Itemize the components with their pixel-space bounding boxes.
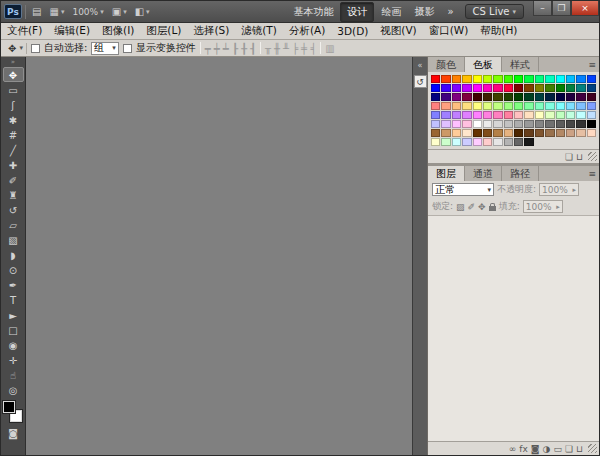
swatch[interactable] bbox=[504, 138, 513, 146]
swatch[interactable] bbox=[452, 102, 461, 110]
swatch[interactable] bbox=[473, 102, 482, 110]
swatch[interactable] bbox=[576, 111, 585, 119]
swatch[interactable] bbox=[431, 93, 440, 101]
opacity-field[interactable]: 100% ▸ bbox=[539, 183, 579, 196]
swatch[interactable] bbox=[566, 93, 575, 101]
swatch[interactable] bbox=[566, 102, 575, 110]
resize-grip[interactable] bbox=[588, 152, 597, 161]
swatch[interactable] bbox=[504, 111, 513, 119]
swatch[interactable] bbox=[504, 102, 513, 110]
swatch[interactable] bbox=[441, 120, 450, 128]
swatch[interactable] bbox=[441, 102, 450, 110]
swatch[interactable] bbox=[431, 111, 440, 119]
quick-selection-tool[interactable]: ✱ bbox=[3, 112, 24, 127]
tab-color[interactable]: 颜色 bbox=[428, 57, 465, 72]
align-left-edges-button[interactable]: ┠ bbox=[232, 41, 238, 56]
swatch[interactable] bbox=[587, 111, 596, 119]
swatch[interactable] bbox=[493, 93, 502, 101]
swatch[interactable] bbox=[576, 75, 585, 83]
show-transform-checkbox[interactable] bbox=[123, 44, 132, 53]
lock-transparent-pixels-button[interactable]: ▨ bbox=[456, 201, 465, 213]
swatch[interactable] bbox=[587, 102, 596, 110]
swatch[interactable] bbox=[587, 93, 596, 101]
swatch[interactable] bbox=[462, 93, 471, 101]
restore-button[interactable]: ❐ bbox=[552, 1, 571, 16]
swatch[interactable] bbox=[556, 75, 565, 83]
workspace-essentials-button[interactable]: 基本功能 bbox=[287, 3, 339, 21]
swatch[interactable] bbox=[514, 129, 523, 137]
swatch[interactable] bbox=[473, 93, 482, 101]
foreground-color-swatch[interactable] bbox=[3, 401, 15, 413]
swatch[interactable] bbox=[452, 84, 461, 92]
lock-image-pixels-button[interactable]: ✐ bbox=[468, 201, 476, 213]
menu-3d[interactable]: 3D(D) bbox=[331, 24, 374, 38]
swatch[interactable] bbox=[535, 84, 544, 92]
menu-image[interactable]: 图像(I) bbox=[96, 23, 140, 39]
swatch[interactable] bbox=[473, 129, 482, 137]
swatch[interactable] bbox=[545, 93, 554, 101]
distribute-left-edges-button[interactable]: ╞ bbox=[292, 41, 298, 56]
eyedropper-tool[interactable]: ╱ bbox=[3, 142, 24, 157]
swatch[interactable] bbox=[566, 111, 575, 119]
link-layers-button[interactable]: ∞ bbox=[509, 443, 517, 455]
quick-mask-button[interactable]: ◙ bbox=[3, 425, 24, 440]
swatch[interactable] bbox=[483, 129, 492, 137]
panel-menu-icon[interactable]: ≡ bbox=[588, 60, 596, 70]
menu-view[interactable]: 视图(V) bbox=[374, 23, 422, 39]
layer-style-button[interactable]: fx bbox=[519, 443, 528, 455]
auto-align-layers-button[interactable]: ▥ bbox=[325, 41, 334, 56]
lock-position-button[interactable]: ✥ bbox=[478, 201, 486, 213]
menu-filter[interactable]: 滤镜(T) bbox=[235, 23, 283, 39]
swatch[interactable] bbox=[504, 129, 513, 137]
workspace-photography-button[interactable]: 摄影 bbox=[408, 3, 440, 21]
swatch[interactable] bbox=[514, 75, 523, 83]
swatch[interactable] bbox=[535, 75, 544, 83]
swatch[interactable] bbox=[473, 111, 482, 119]
swatch[interactable] bbox=[545, 84, 554, 92]
swatch[interactable] bbox=[493, 111, 502, 119]
tab-layers[interactable]: 图层 bbox=[428, 166, 465, 181]
swatch[interactable] bbox=[556, 84, 565, 92]
expand-panels-button[interactable]: « bbox=[414, 59, 426, 71]
swatch[interactable] bbox=[452, 93, 461, 101]
cs-live-button[interactable]: CS Live ▾ bbox=[465, 4, 524, 19]
resize-grip[interactable] bbox=[588, 444, 597, 453]
swatch[interactable] bbox=[524, 75, 533, 83]
swatch[interactable] bbox=[431, 75, 440, 83]
swatch[interactable] bbox=[483, 93, 492, 101]
swatch[interactable] bbox=[452, 111, 461, 119]
swatch[interactable] bbox=[473, 138, 482, 146]
workspace-overflow-button[interactable]: » bbox=[443, 4, 457, 19]
swatch[interactable] bbox=[587, 129, 596, 137]
align-bottom-edges-button[interactable]: ┷ bbox=[223, 41, 229, 56]
menu-help[interactable]: 帮助(H) bbox=[474, 23, 523, 39]
swatch[interactable] bbox=[556, 93, 565, 101]
swatch[interactable] bbox=[473, 84, 482, 92]
path-selection-tool[interactable]: ► bbox=[3, 307, 24, 322]
align-top-edges-button[interactable]: ┯ bbox=[205, 41, 211, 56]
titlebar-view-extras-button[interactable]: ▦▾ bbox=[46, 5, 67, 18]
adjustment-layer-button[interactable]: ◑ bbox=[543, 443, 551, 455]
swatch[interactable] bbox=[483, 111, 492, 119]
menu-layer[interactable]: 图层(L) bbox=[140, 23, 187, 39]
swatch[interactable] bbox=[441, 75, 450, 83]
swatch[interactable] bbox=[545, 102, 554, 110]
swatch[interactable] bbox=[576, 102, 585, 110]
swatch[interactable] bbox=[504, 75, 513, 83]
tab-channels[interactable]: 通道 bbox=[465, 166, 502, 181]
hand-tool[interactable]: ☝ bbox=[3, 367, 24, 382]
swatch[interactable] bbox=[431, 84, 440, 92]
workspace-painting-button[interactable]: 绘画 bbox=[375, 3, 407, 21]
swatch[interactable] bbox=[493, 138, 502, 146]
swatch[interactable] bbox=[587, 75, 596, 83]
crop-tool[interactable]: # bbox=[3, 127, 24, 142]
gradient-tool[interactable]: ▧ bbox=[3, 232, 24, 247]
swatch[interactable] bbox=[556, 129, 565, 137]
swatch[interactable] bbox=[473, 120, 482, 128]
fill-field[interactable]: 100% ▸ bbox=[523, 200, 563, 213]
swatch[interactable] bbox=[493, 102, 502, 110]
swatch[interactable] bbox=[514, 138, 523, 146]
swatch[interactable] bbox=[576, 93, 585, 101]
swatch[interactable] bbox=[462, 111, 471, 119]
swatch[interactable] bbox=[483, 102, 492, 110]
